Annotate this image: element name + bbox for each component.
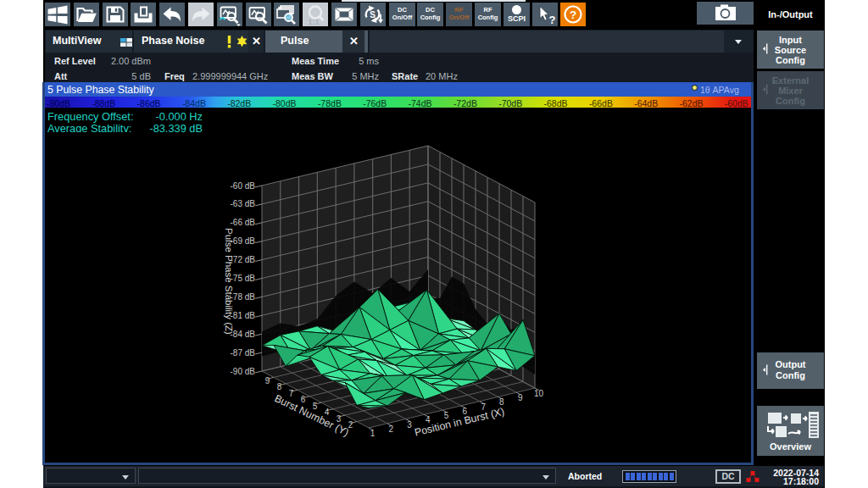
svg-text:S: S: [370, 10, 376, 19]
svg-text:8: 8: [277, 382, 282, 391]
svg-text:2: 2: [389, 424, 394, 434]
svg-text:Pulse Phase Stability (Z): Pulse Phase Stability (Z): [224, 228, 234, 335]
svg-text:10: 10: [534, 389, 544, 398]
svg-text:3: 3: [407, 420, 412, 430]
svg-text:7: 7: [289, 389, 294, 398]
svg-text:-87 dB: -87 dB: [231, 348, 256, 358]
svg-text:1:1: 1:1: [308, 18, 319, 26]
svg-text:?: ?: [549, 14, 556, 26]
svg-text:-66 dB: -66 dB: [231, 218, 256, 227]
svg-text:1: 1: [370, 429, 376, 438]
svg-text:9: 9: [265, 376, 270, 385]
svg-text:-90 dB: -90 dB: [231, 367, 256, 376]
svg-text:?: ?: [570, 8, 576, 21]
svg-text:-60 dB: -60 dB: [231, 181, 256, 191]
svg-text:9: 9: [518, 393, 523, 402]
svg-text:-63 dB: -63 dB: [231, 199, 256, 208]
